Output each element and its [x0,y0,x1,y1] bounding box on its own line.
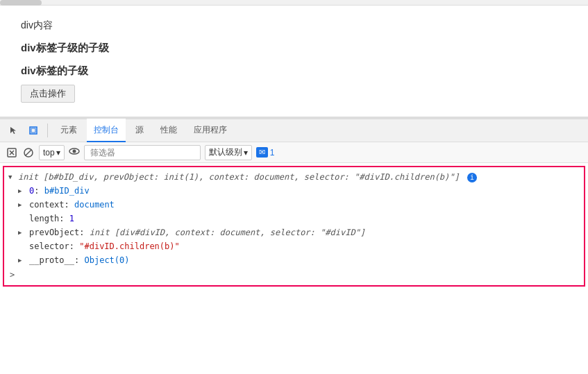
console-line-init-text: init [b#bID_div, prevObject: init(1), co… [18,172,460,182]
console-line-context[interactable]: ▶ context: document [4,198,584,212]
filter-input[interactable] [84,145,201,160]
tab-console[interactable]: 控制台 [87,119,126,142]
expand-toggle-context[interactable]: ▶ [18,198,22,211]
scrollbar-thumb[interactable] [0,0,42,6]
console-line-prevobject-text: prevObject: init [div#divID, context: do… [29,228,365,237]
console-line-0[interactable]: ▶ 0: b#bID_div [4,184,584,198]
preview-line1: div内容 [21,19,567,32]
tab-sources[interactable]: 源 [128,119,151,142]
stop-icon[interactable] [22,146,35,159]
top-scrollbar[interactable] [0,0,588,6]
tab-performance[interactable]: 性能 [153,119,184,142]
context-selector[interactable]: top ▾ [39,145,65,160]
console-toolbar: top ▾ 默认级别 ▾ ✉ 1 [0,142,588,163]
console-line-prevobject[interactable]: ▶ prevObject: init [div#divID, context: … [4,226,584,239]
console-line-selector-text: selector: "#divID.children(b)" [29,241,180,251]
message-count: 1 [270,148,275,158]
toolbar-separator [47,124,48,137]
console-line-length-text: length: 1 [29,214,74,223]
log-level-selector[interactable]: 默认级别 ▾ [205,145,252,160]
svg-rect-1 [31,128,35,133]
action-button[interactable]: 点击操作 [21,85,75,103]
tab-elements[interactable]: 元素 [53,119,84,142]
console-line-proto-text: __proto__: Object(0) [29,255,130,265]
cursor-icon[interactable] [6,122,22,139]
chevron-down-icon: ▾ [56,148,60,158]
log-level-label: 默认级别 [209,146,242,158]
console-prompt[interactable]: > [4,267,584,282]
devtools-tabbar: 元素 控制台 源 性能 应用程序 [0,119,588,142]
console-line-0-text: 0: b#bID_div [29,186,90,196]
preview-line2: div标签子级的子级 [21,42,567,55]
console-line-length: length: 1 [4,212,584,226]
console-line-init[interactable]: ▼ init [b#bID_div, prevObject: init(1), … [4,170,584,184]
eye-icon[interactable] [69,146,80,159]
expand-toggle-0[interactable]: ▶ [18,185,22,197]
console-line-context-text: context: document [29,200,115,210]
preview-line3: div标签的子级 [21,65,567,78]
expand-toggle-init[interactable]: ▼ [8,171,12,183]
expand-toggle-prevobject[interactable]: ▶ [18,226,22,239]
context-label: top [43,148,55,158]
message-count-badge[interactable]: ✉ 1 [256,147,275,158]
preview-area: div内容 div标签子级的子级 div标签的子级 点击操作 [0,6,588,117]
tab-application[interactable]: 应用程序 [187,119,234,142]
clear-console-icon[interactable] [6,146,18,159]
svg-line-6 [26,150,31,155]
console-line-selector: selector: "#divID.children(b)" [4,239,584,253]
message-icon: ✉ [256,147,268,158]
info-icon[interactable]: i [467,173,477,182]
prompt-symbol: > [10,270,15,280]
devtools-panel: 元素 控制台 源 性能 应用程序 top ▾ 默认级别 ▾ ✉ 1 [0,117,588,287]
box-select-icon[interactable] [25,122,42,139]
console-output: ▼ init [b#bID_div, prevObject: init(1), … [3,166,585,287]
svg-point-8 [72,150,76,153]
level-chevron-icon: ▾ [244,148,248,158]
console-line-proto[interactable]: ▶ __proto__: Object(0) [4,253,584,267]
expand-toggle-proto[interactable]: ▶ [18,254,22,266]
